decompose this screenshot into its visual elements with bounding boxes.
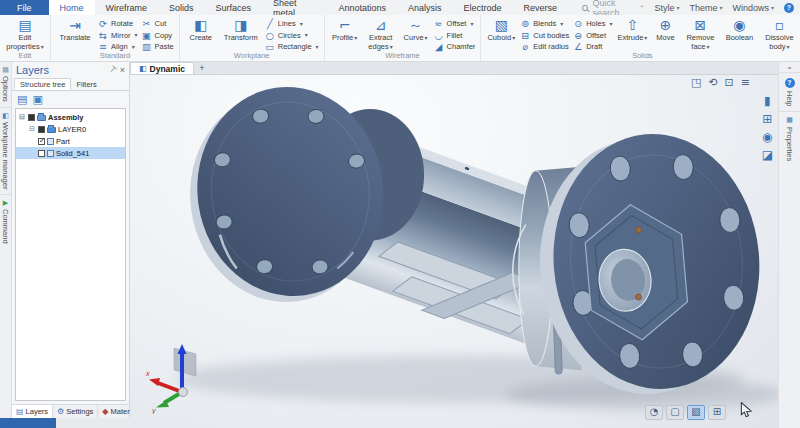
fillet-button[interactable]: ◡Fillet [434, 31, 476, 41]
group-label: Workplane [180, 51, 324, 61]
grid-mode-icon[interactable]: ⊞ [762, 113, 773, 125]
new-document-button[interactable]: + [194, 62, 210, 74]
remove-face-button[interactable]: ⊠ Remove face▾ [682, 18, 718, 51]
tree-node-part[interactable]: Part [16, 135, 125, 147]
collapse-icon[interactable]: ⊟ [18, 114, 26, 121]
section-view-icon[interactable]: ◪ [762, 149, 773, 161]
checkbox[interactable] [38, 126, 45, 133]
shaded-display-button[interactable]: ▧ [687, 405, 705, 420]
translate-button[interactable]: ⇥ Translate [56, 18, 94, 43]
circles-icon: ○ [265, 31, 275, 41]
search-icon [582, 5, 588, 11]
rotate-button[interactable]: ⟳Rotate [98, 19, 138, 29]
3d-viewport[interactable]: ◳ ⟲ ⊡ ≡ ▮ ⊞ ◉ ◪ ◔ ▢ ▧ ⊞ x y [130, 75, 778, 428]
tab-analysis[interactable]: Analysis [397, 0, 453, 15]
view-cube-icon[interactable]: ◳ [691, 77, 701, 88]
lines-button[interactable]: ╱Lines▾ [265, 19, 319, 29]
ribbon: ▤ Edit properties▾ Edit ⇥ Translate ⟳Rot… [0, 15, 800, 62]
menu-theme[interactable]: Theme▾ [689, 3, 722, 13]
tree-node-assembly[interactable]: ⊟ Assembly [16, 111, 125, 123]
checkbox[interactable] [38, 150, 45, 157]
move-button[interactable]: ⊕ Move [652, 18, 678, 43]
checkbox[interactable] [28, 114, 35, 121]
axis-triad[interactable]: x y [144, 342, 216, 414]
holes-icon: ⊙ [573, 19, 583, 29]
button-label: Transform [224, 34, 258, 43]
tab-annotations[interactable]: Annotations [327, 0, 397, 15]
perspective-view-button[interactable]: ◔ [645, 405, 663, 420]
show-hide-button[interactable]: ▢ [666, 405, 684, 420]
offset-button[interactable]: ≈Offset▾ [434, 19, 476, 29]
transform-workplane-button[interactable]: ◨ Transform [221, 18, 261, 43]
collapse-ribbon-icon[interactable]: ⌃ [639, 5, 644, 11]
cut-icon: ✂ [142, 19, 152, 29]
offset-solid-button[interactable]: ⊖Offset [573, 31, 612, 41]
chevron-down-icon: ▾ [676, 5, 679, 11]
quick-search[interactable]: Quick search [582, 0, 639, 15]
extrude-button[interactable]: ⇧ Extrude▾ [616, 18, 648, 43]
tab-structure-tree[interactable]: Structure tree [14, 78, 71, 90]
help-icon: ? [785, 78, 795, 88]
document-tab-dynamic[interactable]: ◧ Dynamic [130, 62, 194, 74]
cuboid-button[interactable]: ▧ Cuboid▾ [486, 18, 516, 43]
menubar: File Home Wireframe Solids Surfaces Shee… [0, 0, 800, 15]
pin-icon[interactable]: ⊤ [107, 65, 118, 76]
chevron-down-icon: ▾ [771, 5, 774, 11]
copy-button[interactable]: ▣Copy [142, 31, 174, 41]
tree-node-layer0[interactable]: ⊟ LAYER0 [16, 123, 125, 135]
mirror-button[interactable]: ⇆Mirror▾ [98, 31, 138, 41]
tab-electrode[interactable]: Electrode [453, 0, 513, 15]
tab-surfaces[interactable]: Surfaces [205, 0, 263, 15]
help-icon[interactable]: ? [784, 3, 794, 13]
multi-view-icon: ⊞ [713, 407, 721, 417]
extract-edges-icon: ⊿ [375, 18, 387, 34]
tab-wireframe[interactable]: Wireframe [95, 0, 159, 15]
curve-button[interactable]: ～ Curve▾ [402, 18, 430, 43]
edit-properties-button[interactable]: ▤ Edit properties▾ [5, 18, 45, 51]
tab-sheet-metal[interactable]: Sheet metal [262, 0, 327, 15]
circles-button[interactable]: ○Circles▾ [265, 31, 319, 41]
side-tab-options[interactable]: ▤ Options [0, 62, 11, 108]
tab-filters[interactable]: Filters [71, 78, 101, 90]
cut-button[interactable]: ✂Cut [142, 19, 174, 29]
close-icon[interactable]: × [120, 65, 125, 75]
viewport-menu-icon[interactable]: ≡ [741, 77, 750, 88]
visual-settings-icon[interactable]: ◉ [762, 131, 773, 143]
dissolve-body-button[interactable]: ▫ Dissolve body▾ [760, 18, 798, 51]
tab-reverse[interactable]: Reverse [513, 0, 569, 15]
multi-view-button[interactable]: ⊞ [708, 405, 726, 420]
boolean-button[interactable]: ◉ Boolean [722, 18, 756, 43]
cut-bodies-button[interactable]: ⊟Cut bodies [520, 31, 569, 41]
ribbon-group-solids: ▧ Cuboid▾ ⊚Blends▾ ⊟Cut bodies ⌀Edit rad… [481, 15, 800, 61]
tab-file[interactable]: File [0, 0, 49, 15]
zoom-fit-icon[interactable]: ⊡ [725, 77, 734, 88]
ribbon-group-edit: ▤ Edit properties▾ Edit [0, 15, 51, 61]
model-flanged-shaft[interactable] [130, 75, 778, 428]
chevron-down-icon[interactable]: ⌄ [786, 62, 793, 72]
holes-button[interactable]: ⊙Holes▾ [573, 19, 612, 29]
collapse-icon[interactable]: ⊟ [28, 126, 36, 133]
menu-windows[interactable]: Windows▾ [732, 3, 774, 13]
tab-home[interactable]: Home [49, 0, 95, 15]
group-label: Standard [51, 51, 179, 61]
menu-style[interactable]: Style▾ [654, 3, 679, 13]
side-tab-workplane-manager[interactable]: ◧ Workplane manager [0, 108, 11, 195]
tab-solids[interactable]: Solids [158, 0, 205, 15]
tree-node-solid-541[interactable]: Solid_541 [16, 147, 125, 159]
left-side-tab-strip: ▤ Options ◧ Workplane manager ▶ Command [0, 62, 12, 428]
shade-mode-icon[interactable]: ▮ [762, 95, 773, 107]
bottom-tab-layers[interactable]: ▤ Layers [12, 405, 53, 418]
checkbox[interactable] [38, 138, 45, 145]
save-icon[interactable]: ▣ [32, 94, 42, 105]
profile-button[interactable]: ⌐ Profile▾ [330, 18, 360, 43]
orbit-icon[interactable]: ⟲ [708, 77, 717, 88]
extract-edges-button[interactable]: ⊿ Extract edges▾ [364, 18, 398, 51]
blends-button[interactable]: ⊚Blends▾ [520, 19, 569, 29]
create-workplane-button[interactable]: ◧ Create [185, 18, 217, 43]
side-tab-help[interactable]: ? Help [779, 72, 800, 111]
side-tab-command[interactable]: ▶ Command [0, 195, 11, 249]
group-label: Edit [0, 51, 50, 61]
layer-stack-icon[interactable]: ▤ [17, 94, 27, 105]
bottom-tab-settings[interactable]: ⚙ Settings [53, 405, 98, 418]
side-tab-properties[interactable]: ▦ Properties [779, 111, 800, 166]
